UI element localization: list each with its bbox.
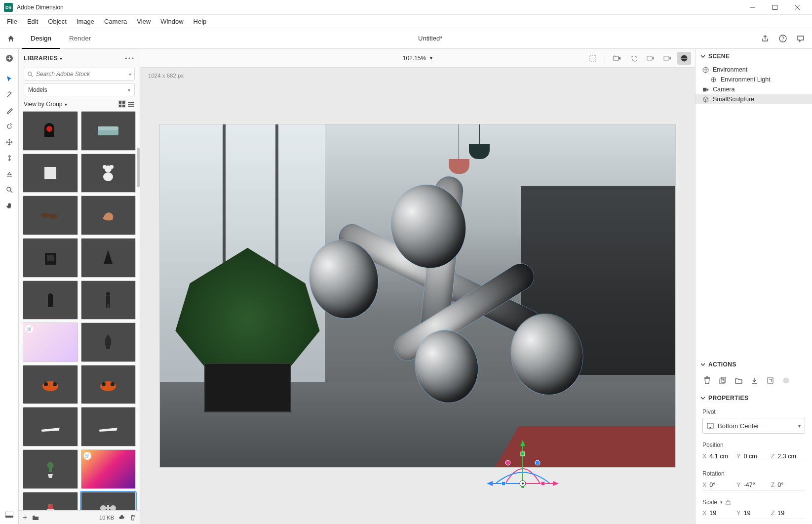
asset-thumb[interactable] xyxy=(23,407,78,446)
tab-render[interactable]: Render xyxy=(60,28,100,49)
rendered-scene[interactable] xyxy=(160,124,675,467)
list-view-icon[interactable] xyxy=(127,100,135,108)
asset-thumb[interactable] xyxy=(81,238,136,278)
asset-thumb[interactable] xyxy=(23,154,78,193)
asset-thumb[interactable] xyxy=(81,196,136,235)
cloud-icon[interactable] xyxy=(119,515,125,520)
actions-section-header[interactable]: ACTIONS xyxy=(696,357,812,372)
folder-icon[interactable] xyxy=(32,515,39,521)
asset-thumb[interactable] xyxy=(81,111,136,151)
scale-y-input[interactable]: Y19 xyxy=(736,510,771,517)
scene-section-header[interactable]: SCENE xyxy=(696,49,812,64)
horizon-tool[interactable] xyxy=(2,166,17,181)
asset-thumb[interactable] xyxy=(23,111,78,151)
menu-edit[interactable]: Edit xyxy=(22,16,43,27)
asset-thumb[interactable] xyxy=(81,407,136,446)
group-action[interactable] xyxy=(734,376,743,385)
menu-view[interactable]: View xyxy=(132,16,155,27)
duplicate-action[interactable] xyxy=(718,376,727,385)
menu-window[interactable]: Window xyxy=(155,16,188,27)
select-tool[interactable] xyxy=(2,72,17,86)
menu-file[interactable]: File xyxy=(2,16,22,27)
chevron-down-icon[interactable]: ▾ xyxy=(60,56,62,61)
asset-thumb[interactable] xyxy=(81,365,136,404)
camera-bookmark-icon[interactable] xyxy=(660,52,674,65)
minimize-button[interactable] xyxy=(741,0,764,14)
zoom-tool[interactable] xyxy=(2,182,17,197)
properties-section-header[interactable]: PROPERTIES xyxy=(696,391,812,405)
asset-thumb[interactable] xyxy=(81,281,136,320)
scene-item-smallsculpture[interactable]: SmallSculpture xyxy=(696,94,812,104)
close-button[interactable] xyxy=(786,0,808,14)
home-button[interactable] xyxy=(0,35,22,42)
asset-thumb[interactable] xyxy=(23,492,78,510)
asset-thumb[interactable] xyxy=(23,238,78,278)
scene-item-camera[interactable]: Camera xyxy=(696,84,812,94)
lock-icon[interactable] xyxy=(726,499,731,505)
canvas-viewport[interactable]: 1024 x 682 px xyxy=(140,68,695,524)
asset-thumb[interactable]: 🛒 xyxy=(23,322,78,362)
frame-icon[interactable] xyxy=(586,52,600,65)
asset-thumb[interactable] xyxy=(23,365,78,404)
add-icon[interactable]: + xyxy=(23,513,27,522)
help-icon[interactable]: ? xyxy=(778,34,787,43)
chevron-down-icon[interactable]: ▾ xyxy=(129,72,131,77)
scale-z-input[interactable]: Z19 xyxy=(771,510,805,517)
panel-toggle[interactable] xyxy=(2,507,17,522)
scene-item-environment[interactable]: Environment xyxy=(696,65,812,75)
menu-object[interactable]: Object xyxy=(43,16,72,27)
render-preview-icon[interactable] xyxy=(677,52,691,65)
material-action[interactable] xyxy=(781,376,790,385)
small-sculpture-object[interactable] xyxy=(291,160,622,467)
menu-image[interactable]: Image xyxy=(72,16,99,27)
align-ground-action[interactable] xyxy=(750,376,759,385)
feedback-icon[interactable] xyxy=(796,34,805,43)
search-input-wrapper[interactable]: ▾ xyxy=(24,68,135,81)
libraries-title[interactable]: LIBRARIES xyxy=(24,55,58,62)
maximize-button[interactable] xyxy=(764,0,786,14)
scale-x-input[interactable]: X19 xyxy=(702,510,736,517)
move-tool[interactable] xyxy=(2,135,17,150)
magic-wand-tool[interactable] xyxy=(2,87,17,102)
grid-view-icon[interactable] xyxy=(118,100,126,108)
position-z-input[interactable]: Z2.3 cm xyxy=(771,453,805,460)
export-action[interactable] xyxy=(766,376,774,385)
search-input[interactable] xyxy=(36,71,129,78)
tab-design[interactable]: Design xyxy=(22,28,60,49)
rotation-y-input[interactable]: Y-47° xyxy=(736,482,771,488)
more-icon[interactable]: ••• xyxy=(125,55,135,62)
svg-point-86 xyxy=(710,427,711,429)
asset-thumb[interactable] xyxy=(81,154,136,193)
asset-thumb-selected[interactable]: Small sculpture xyxy=(81,492,136,510)
asset-thumb[interactable] xyxy=(81,322,136,362)
eyedropper-tool[interactable] xyxy=(2,103,17,118)
orbit-tool[interactable] xyxy=(2,119,17,134)
chevron-down-icon[interactable]: ▾ xyxy=(720,500,723,505)
hand-tool[interactable] xyxy=(2,198,17,213)
rotation-x-input[interactable]: X0° xyxy=(702,482,736,488)
rotation-z-input[interactable]: Z0° xyxy=(771,482,805,488)
scrollbar[interactable] xyxy=(137,148,140,187)
trash-icon[interactable] xyxy=(130,515,136,521)
filter-select[interactable]: Models ▾ xyxy=(24,83,135,96)
scene-item-environment-light[interactable]: Environment Light xyxy=(696,75,812,84)
scale-tool[interactable] xyxy=(2,151,17,165)
position-y-input[interactable]: Y0 cm xyxy=(736,453,771,460)
camera-home-icon[interactable] xyxy=(610,52,624,65)
delete-action[interactable] xyxy=(702,376,711,385)
camera-undo-icon[interactable] xyxy=(627,52,641,65)
menu-camera[interactable]: Camera xyxy=(99,16,132,27)
view-by-dropdown[interactable]: View by Group ▾ xyxy=(24,101,114,108)
asset-thumb[interactable] xyxy=(23,449,78,489)
zoom-dropdown[interactable]: 102.15% ▾ xyxy=(403,55,432,62)
camera-add-icon[interactable] xyxy=(644,52,657,65)
pivot-select[interactable]: Bottom Center ▾ xyxy=(702,418,805,434)
add-tool[interactable] xyxy=(2,51,17,66)
asset-thumb[interactable] xyxy=(23,196,78,235)
position-x-input[interactable]: X4.1 cm xyxy=(702,453,736,460)
libraries-grid[interactable]: 🛒 🛒 Small sculpture xyxy=(19,111,140,510)
share-icon[interactable] xyxy=(761,34,770,43)
asset-thumb[interactable] xyxy=(23,281,78,320)
asset-thumb[interactable]: 🛒 xyxy=(81,449,136,489)
menu-help[interactable]: Help xyxy=(189,16,212,27)
